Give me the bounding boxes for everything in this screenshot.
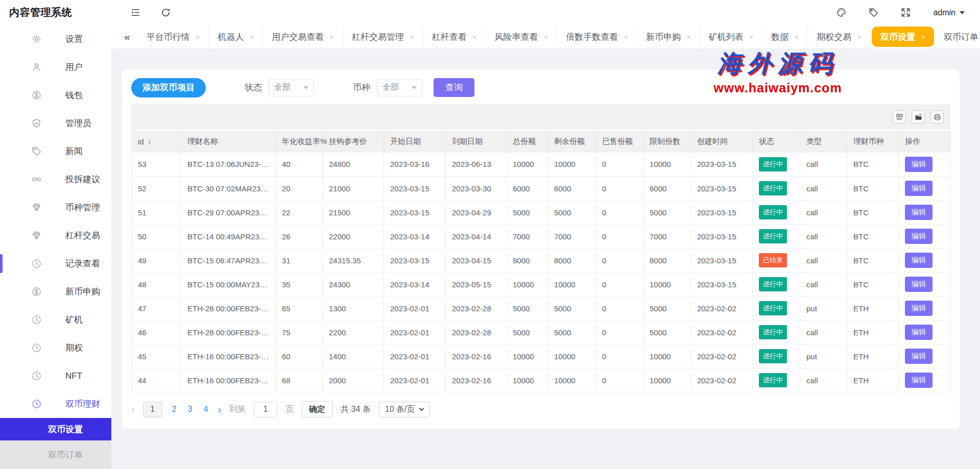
cell-remaining: 5000 bbox=[548, 320, 596, 344]
refresh-icon[interactable] bbox=[161, 8, 171, 17]
sort-icon[interactable]: ▲▼ bbox=[148, 139, 152, 146]
sidebar-item[interactable]: 记录查看 bbox=[0, 250, 111, 278]
cell-remaining: 5000 bbox=[548, 297, 596, 320]
edit-button[interactable]: 编辑 bbox=[905, 253, 933, 268]
theme-palette-icon[interactable] bbox=[836, 8, 846, 17]
close-icon[interactable]: × bbox=[921, 33, 925, 41]
tab[interactable]: 平台币行情 × bbox=[138, 25, 209, 48]
print-icon[interactable] bbox=[930, 110, 944, 124]
sidebar-item[interactable]: 期权 bbox=[0, 334, 111, 362]
cell-created: 2023-02-02 bbox=[691, 297, 753, 320]
sidebar-item[interactable]: 杠杆交易 bbox=[0, 221, 111, 250]
pagination-page[interactable]: 1 bbox=[143, 402, 162, 417]
sidebar-item[interactable]: 币种管理 bbox=[0, 193, 111, 221]
edit-button[interactable]: 编辑 bbox=[905, 229, 933, 244]
close-icon[interactable]: × bbox=[196, 33, 200, 41]
fullscreen-icon[interactable] bbox=[901, 8, 911, 17]
cell-limit: 5000 bbox=[643, 201, 691, 225]
tab[interactable]: 倍数手数查看 × bbox=[557, 25, 637, 48]
edit-button[interactable]: 编辑 bbox=[905, 325, 933, 340]
cell-ref-price: 2000 bbox=[323, 368, 384, 392]
cell-created: 2023-03-15 bbox=[691, 225, 753, 249]
close-icon[interactable]: × bbox=[329, 33, 334, 41]
cell-total: 5000 bbox=[507, 320, 548, 344]
sidebar-subitem[interactable]: 双币设置 bbox=[0, 418, 111, 440]
edit-button[interactable]: 编辑 bbox=[905, 301, 933, 316]
goto-page-input[interactable] bbox=[254, 402, 277, 417]
close-icon[interactable]: × bbox=[857, 33, 862, 41]
cell-coin: BTC bbox=[847, 177, 899, 201]
pagination-next-icon[interactable]: › bbox=[218, 404, 221, 415]
coin-filter-label: 币种 bbox=[353, 82, 370, 93]
close-icon[interactable]: × bbox=[624, 33, 628, 41]
cell-type: put bbox=[800, 297, 847, 320]
tab[interactable]: 矿机列表 × bbox=[700, 25, 763, 48]
cell-end-date: 2023-03-30 bbox=[446, 177, 507, 201]
tab[interactable]: 机器人 × bbox=[209, 25, 263, 48]
tab[interactable]: 双币订单 × bbox=[935, 25, 980, 48]
tab[interactable]: 杠杆查看 × bbox=[423, 25, 486, 48]
tab-label: 机器人 bbox=[218, 31, 244, 43]
pagination-page[interactable]: 3 bbox=[186, 405, 194, 414]
tab[interactable]: 新币申购 × bbox=[637, 25, 700, 48]
cell-status: 进行中 bbox=[753, 225, 800, 249]
pagination-prev-icon[interactable]: ‹ bbox=[131, 404, 135, 415]
edit-button[interactable]: 编辑 bbox=[905, 205, 933, 220]
page-size-select[interactable]: 10 条/页 bbox=[379, 402, 430, 417]
tag-icon[interactable] bbox=[869, 8, 878, 17]
sidebar-item[interactable]: 新币申购 bbox=[0, 278, 111, 306]
top-bar: 内容管理系统 admin bbox=[0, 0, 980, 25]
collapse-sidebar-icon[interactable] bbox=[131, 8, 140, 17]
tabs-scroll-left-icon[interactable]: « bbox=[116, 31, 138, 43]
sidebar-item[interactable]: 矿机 bbox=[0, 306, 111, 334]
close-icon[interactable]: × bbox=[472, 33, 477, 41]
sidebar-item[interactable]: NFT bbox=[0, 362, 111, 390]
status-badge: 进行中 bbox=[759, 157, 787, 171]
status-select[interactable]: 全部 bbox=[269, 79, 314, 96]
pagination-page[interactable]: 4 bbox=[202, 405, 209, 414]
tab[interactable]: 用户交易查看 × bbox=[263, 25, 343, 48]
cell-type: call bbox=[800, 273, 847, 297]
cell-total: 7000 bbox=[507, 225, 548, 249]
tab[interactable]: 期权交易 × bbox=[808, 25, 871, 48]
sidebar-item-label: 钱包 bbox=[65, 89, 83, 101]
query-button[interactable]: 查询 bbox=[434, 78, 474, 97]
edit-button[interactable]: 编辑 bbox=[905, 349, 933, 364]
pagination-page[interactable]: 2 bbox=[171, 405, 178, 414]
sidebar-item[interactable]: 钱包 bbox=[0, 81, 111, 109]
close-icon[interactable]: × bbox=[795, 33, 799, 41]
cell-start-date: 2023-03-15 bbox=[384, 201, 446, 225]
tab[interactable]: 数据 × bbox=[763, 25, 808, 48]
sidebar-subitem[interactable]: 双币订单 bbox=[0, 440, 111, 469]
edit-button[interactable]: 编辑 bbox=[905, 277, 933, 292]
coin-select[interactable]: 全部 bbox=[377, 79, 422, 96]
table-row: 44 ETH-16 00:00FEB23-2000-C 68 2000 2023… bbox=[132, 368, 951, 392]
export-icon[interactable] bbox=[912, 110, 925, 124]
sidebar-item[interactable]: 设置 bbox=[0, 25, 111, 53]
cell-sold: 0 bbox=[596, 297, 643, 320]
edit-button[interactable]: 编辑 bbox=[905, 157, 933, 172]
admin-menu[interactable]: admin bbox=[933, 8, 965, 17]
close-icon[interactable]: × bbox=[686, 33, 691, 41]
close-icon[interactable]: × bbox=[544, 33, 548, 41]
close-icon[interactable]: × bbox=[249, 33, 254, 41]
sidebar-item[interactable]: 用户 bbox=[0, 53, 111, 81]
close-icon[interactable]: × bbox=[749, 33, 754, 41]
tab[interactable]: 双币设置 × bbox=[872, 27, 934, 47]
tab[interactable]: 杠杆交易管理 × bbox=[343, 25, 423, 48]
edit-button[interactable]: 编辑 bbox=[905, 373, 933, 388]
cell-status: 进行中 bbox=[753, 297, 800, 320]
confirm-button[interactable]: 确定 bbox=[302, 401, 332, 417]
sidebar-item[interactable]: 新闻 bbox=[0, 137, 111, 165]
sidebar-item[interactable]: 双币理财 bbox=[0, 390, 111, 418]
columns-icon[interactable] bbox=[893, 110, 906, 124]
column-header: 理财币种▲▼ bbox=[847, 131, 899, 153]
cell-ref-price: 24300 bbox=[323, 273, 384, 297]
tab[interactable]: 风险率查看 × bbox=[486, 25, 558, 48]
sidebar-item[interactable]: 管理员 bbox=[0, 109, 111, 137]
sidebar-item[interactable]: 投拆建议 bbox=[0, 165, 111, 193]
add-dual-currency-button[interactable]: 添加双币项目 bbox=[131, 78, 206, 97]
cell-remaining: 10000 bbox=[548, 344, 596, 368]
close-icon[interactable]: × bbox=[410, 33, 414, 41]
edit-button[interactable]: 编辑 bbox=[905, 181, 933, 196]
